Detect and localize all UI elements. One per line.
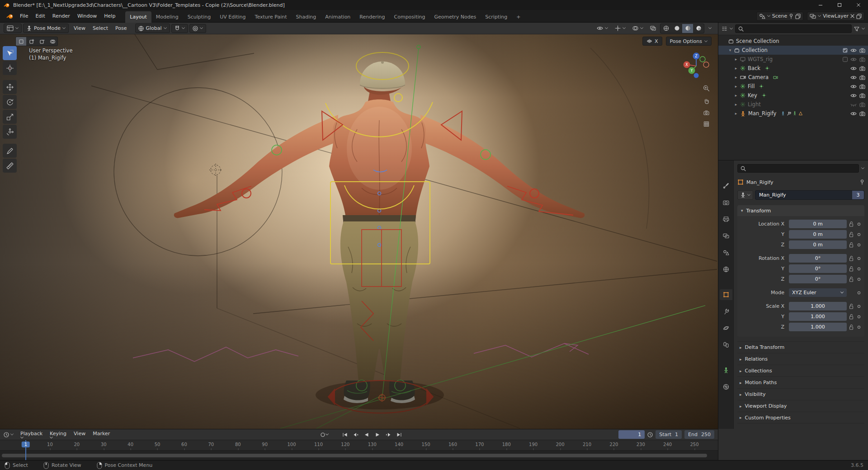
xray-toggle[interactable] — [647, 24, 659, 32]
exclude-checkbox[interactable] — [843, 57, 848, 62]
expand-arrow-icon[interactable]: ▸ — [734, 84, 738, 89]
transform-value-field[interactable]: 0 m — [789, 220, 847, 228]
outliner-search[interactable] — [735, 24, 852, 33]
menu-window[interactable]: Window — [74, 11, 100, 21]
ortho-grid-icon[interactable] — [703, 121, 709, 127]
properties-tab-scene[interactable] — [720, 247, 732, 258]
jump-end-button[interactable] — [394, 430, 404, 439]
workspace-tab-uv-editing[interactable]: UV Editing — [215, 11, 250, 23]
outliner-row-fill[interactable]: ▸Fill — [718, 82, 868, 91]
rotation-mode-dropdown[interactable]: XYZ Euler — [789, 288, 847, 297]
outliner-row-key[interactable]: ▸Key — [718, 91, 868, 100]
timeline-ruler[interactable]: 1020304050607080901001101201301401501601… — [0, 440, 718, 451]
outliner-row-collection[interactable]: ▾Collection — [718, 46, 868, 55]
snap-toggle[interactable] — [171, 24, 188, 33]
axis-x-neg[interactable] — [703, 62, 709, 67]
timeline-scrollbar[interactable] — [2, 454, 707, 457]
orientation-selector[interactable]: Global — [135, 24, 170, 33]
outliner-row-light[interactable]: ▸Light — [718, 100, 868, 109]
mode-selector[interactable]: Pose Mode — [23, 24, 69, 33]
prev-keyframe-button[interactable] — [351, 430, 361, 439]
render-visibility-icon[interactable] — [859, 93, 865, 98]
zoom-icon[interactable] — [703, 85, 710, 92]
properties-filter-dropdown[interactable] — [861, 167, 864, 169]
transform-panel-header[interactable]: ▾ Transform — [737, 205, 864, 216]
panel-collections[interactable]: ▸Collections — [737, 365, 864, 376]
current-frame-field[interactable]: 1 — [618, 430, 645, 439]
transform-value-field[interactable]: 1.000 — [789, 323, 847, 331]
proportional-editing-toggle[interactable] — [189, 24, 206, 33]
render-visibility-icon[interactable] — [859, 48, 865, 53]
add-workspace-button[interactable]: + — [512, 11, 525, 23]
tool-scale[interactable] — [3, 110, 17, 124]
menu-file[interactable]: File — [16, 11, 32, 21]
viewlayer-selector[interactable]: ViewLayer — [807, 12, 864, 21]
lock-icon[interactable] — [847, 314, 856, 320]
expand-arrow-icon[interactable]: ▸ — [734, 66, 738, 70]
properties-tab-output[interactable] — [720, 214, 732, 225]
jump-start-button[interactable] — [340, 430, 350, 439]
properties-tab-constraints[interactable] — [720, 339, 732, 350]
play-reverse-button[interactable] — [362, 430, 372, 439]
shading-solid-button[interactable] — [671, 24, 682, 33]
timeline-menu-playback[interactable]: Playback — [17, 429, 46, 441]
select-extend-button[interactable] — [26, 37, 37, 46]
autokey-record-button[interactable] — [316, 430, 332, 439]
properties-tab-texture[interactable] — [720, 381, 732, 392]
blender-menu-icon[interactable] — [4, 14, 16, 19]
scene-selector[interactable]: Scene — [756, 12, 804, 21]
outliner-editor-icon[interactable] — [722, 26, 727, 31]
render-visibility-icon[interactable] — [859, 66, 865, 71]
pose-options-dropdown[interactable]: Pose Options — [666, 37, 712, 46]
remove-viewlayer-icon[interactable] — [850, 14, 854, 18]
eye-icon[interactable] — [850, 48, 857, 52]
viewport-menu-pose[interactable]: Pose — [112, 24, 130, 33]
timeline-track[interactable] — [0, 451, 718, 460]
animate-dot-icon[interactable] — [856, 233, 862, 236]
breadcrumb-object[interactable]: Man_Rigify — [746, 179, 774, 185]
exclude-checkbox[interactable] — [843, 48, 848, 53]
filter-funnel-icon[interactable] — [854, 26, 859, 32]
play-button[interactable] — [373, 430, 382, 439]
outliner-row-man_rigify[interactable]: ▸Man_Rigify — [718, 109, 868, 118]
shading-material-button[interactable] — [682, 24, 693, 33]
panel-viewport-display[interactable]: ▸Viewport Display — [737, 400, 864, 412]
show-gizmo-dropdown[interactable] — [612, 24, 628, 33]
expand-arrow-icon[interactable]: ▾ — [728, 48, 732, 52]
menu-help[interactable]: Help — [100, 11, 119, 21]
animate-dot-icon[interactable] — [856, 277, 862, 281]
transform-value-field[interactable]: 0° — [789, 254, 847, 263]
workspace-tab-layout[interactable]: Layout — [125, 11, 151, 23]
new-scene-icon[interactable] — [795, 14, 801, 19]
lock-icon[interactable] — [847, 304, 856, 309]
transform-value-field[interactable]: 1.000 — [789, 302, 847, 310]
expand-arrow-icon[interactable]: ▸ — [734, 75, 738, 80]
playhead-frame-badge[interactable]: 1 — [22, 442, 30, 447]
properties-tab-tool[interactable] — [720, 180, 732, 191]
menu-render[interactable]: Render — [49, 11, 74, 21]
render-visibility-icon[interactable] — [859, 75, 865, 80]
transform-value-field[interactable]: 0 m — [789, 230, 847, 239]
properties-tab-view-layer[interactable] — [720, 230, 732, 241]
timeline-menu-keying[interactable]: Keying — [46, 429, 70, 441]
animate-dot-icon[interactable] — [856, 222, 862, 226]
timeline-editor-icon[interactable] — [4, 432, 9, 437]
editor-type-button[interactable] — [4, 24, 22, 33]
outliner-row-wgts_rig[interactable]: ▸WGTS_rig — [718, 55, 868, 64]
animate-dot-icon[interactable] — [856, 315, 862, 319]
tool-move[interactable] — [3, 80, 17, 94]
workspace-tab-modeling[interactable]: Modeling — [151, 11, 183, 23]
select-subtract-button[interactable] — [37, 37, 47, 46]
users-count-badge[interactable]: 3 — [852, 191, 864, 199]
close-button[interactable] — [849, 0, 868, 10]
properties-tab-object-data[interactable] — [720, 365, 732, 376]
lock-icon[interactable] — [847, 324, 856, 330]
lock-icon[interactable] — [847, 266, 856, 272]
eye-icon[interactable] — [850, 57, 857, 61]
timeline-menu-marker[interactable]: Marker — [89, 429, 113, 441]
transform-value-field[interactable]: 0 m — [789, 240, 847, 249]
properties-tab-world[interactable] — [720, 264, 732, 275]
preview-range-clock-icon[interactable] — [647, 432, 653, 437]
transform-value-field[interactable]: 1.000 — [789, 312, 847, 321]
animate-dot-icon[interactable] — [856, 291, 862, 295]
